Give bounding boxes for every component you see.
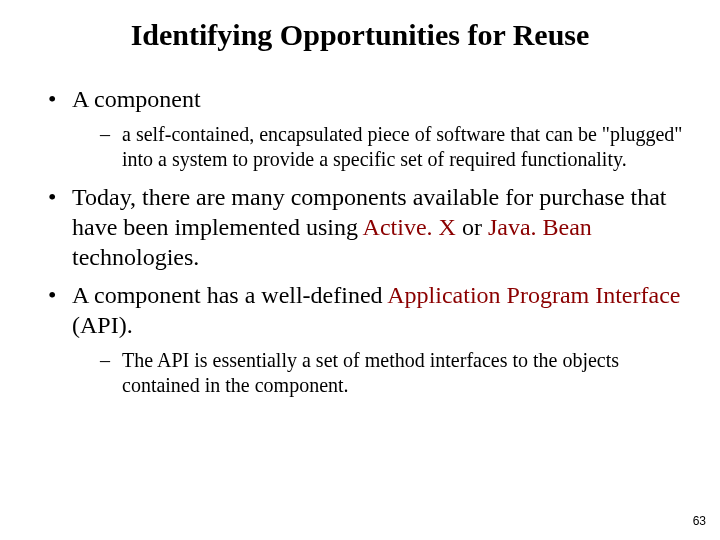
link-api: Application Program Interface [387, 282, 680, 308]
bullet-text-part: A component has a well-defined [72, 282, 387, 308]
bullet-item: A component has a well-defined Applicati… [48, 280, 690, 398]
sub-bullet-list: a self-contained, encapsulated piece of … [72, 122, 690, 172]
sub-bullet-item: The API is essentially a set of method i… [100, 348, 690, 398]
sub-bullet-item: a self-contained, encapsulated piece of … [100, 122, 690, 172]
link-activex: Active. X [363, 214, 456, 240]
bullet-text-part: (API). [72, 312, 133, 338]
sub-bullet-list: The API is essentially a set of method i… [72, 348, 690, 398]
bullet-item: Today, there are many components availab… [48, 182, 690, 272]
slide-title: Identifying Opportunities for Reuse [30, 18, 690, 52]
bullet-list: A component a self-contained, encapsulat… [30, 84, 690, 398]
bullet-text-part: or [456, 214, 488, 240]
bullet-text-part: technologies. [72, 244, 199, 270]
page-number: 63 [693, 514, 706, 528]
bullet-item: A component a self-contained, encapsulat… [48, 84, 690, 172]
bullet-text: A component [72, 86, 201, 112]
link-javabean: Java. Bean [488, 214, 592, 240]
